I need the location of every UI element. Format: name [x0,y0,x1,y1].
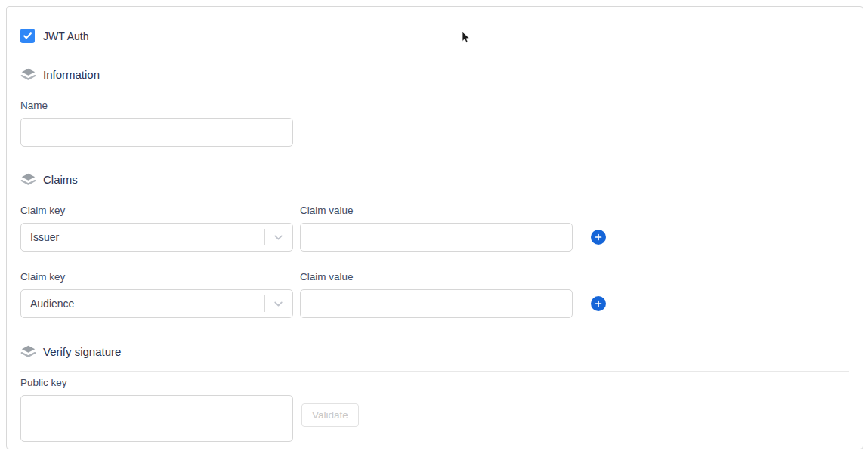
verify-signature-section-header: Verify signature [20,344,849,360]
section-divider [20,94,849,94]
claim-value-field: Claim value [300,271,573,318]
section-divider [20,371,849,372]
plus-icon [594,233,603,242]
add-claim-button[interactable] [591,230,606,245]
public-key-row: Validate [20,395,849,442]
claim-key-select[interactable]: Issuer [20,223,293,252]
chevron-down-icon [272,298,285,310]
claims-section-title: Claims [43,173,78,186]
public-key-field: Public key Validate [20,377,849,442]
public-key-textarea[interactable] [20,395,293,442]
claim-value-input[interactable] [300,223,573,252]
claim-value-input[interactable] [300,289,573,318]
section-divider [20,199,849,199]
add-claim-button[interactable] [591,296,606,311]
check-icon [23,31,32,41]
select-divider [264,295,265,312]
jwt-auth-label: JWT Auth [43,30,88,42]
claim-key-select[interactable]: Audience [20,289,293,318]
claim-value-label: Claim value [300,205,573,216]
claim-value-field: Claim value [300,205,573,252]
information-section-title: Information [43,68,100,81]
jwt-auth-panel: JWT Auth Information Name Claims Claim k… [6,6,863,449]
claim-row-2: Claim key Audience Claim value [20,271,849,318]
public-key-label: Public key [20,377,849,388]
claim-key-label: Claim key [20,205,293,216]
layers-icon [20,344,36,360]
claim-key-field: Claim key Audience [20,271,293,318]
name-input[interactable] [20,118,293,147]
plus-icon [594,299,603,308]
select-divider [264,229,265,245]
claim-key-selected-value: Audience [21,298,264,310]
validate-button[interactable]: Validate [301,403,359,427]
claim-value-label: Claim value [300,271,573,283]
jwt-auth-checkbox[interactable] [20,29,35,43]
claims-section-header: Claims [20,171,849,187]
layers-icon [20,66,36,82]
claim-key-selected-value: Issuer [21,231,264,243]
verify-signature-section-title: Verify signature [43,345,121,358]
information-section-header: Information [20,66,849,82]
claim-row-1: Claim key Issuer Claim value [20,205,849,252]
claim-key-label: Claim key [20,271,293,283]
name-field: Name [20,100,849,147]
chevron-down-icon [272,231,285,244]
name-label: Name [20,100,849,111]
jwt-auth-toggle-row: JWT Auth [20,29,849,43]
claim-key-field: Claim key Issuer [20,205,293,252]
layers-icon [20,171,36,187]
